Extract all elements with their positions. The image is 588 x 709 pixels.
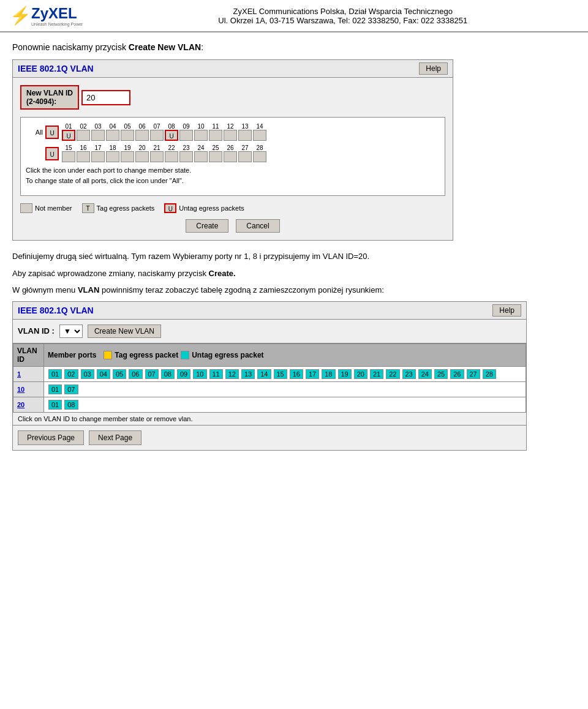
- port-btn-14[interactable]: [253, 130, 266, 141]
- create-button[interactable]: Create: [186, 219, 228, 233]
- port-cell-01: 01 U: [62, 123, 75, 141]
- vlan-id-20[interactable]: 20: [13, 397, 44, 412]
- port-23-vlan1[interactable]: 23: [402, 369, 416, 379]
- port-26-vlan1[interactable]: 26: [450, 369, 464, 379]
- port-01-vlan20[interactable]: 01: [48, 400, 62, 410]
- company-address: Ul. Okrzei 1A, 03-715 Warszawa, Tel: 022…: [107, 16, 578, 25]
- port-btn-26[interactable]: [224, 151, 237, 162]
- port-cell-10: 10: [194, 123, 208, 141]
- hint-line2: To change state of all ports, click the …: [26, 177, 184, 184]
- port-cell-24: 24: [194, 144, 208, 162]
- port-cell-26: 26: [224, 144, 237, 162]
- ports-cell-1: 01 02 03 04 05 06 07 08 09 10 11 12: [44, 366, 526, 381]
- port-btn-15[interactable]: [62, 151, 75, 162]
- port-21-vlan1[interactable]: 21: [370, 369, 383, 379]
- port-15-vlan1[interactable]: 15: [274, 369, 287, 379]
- help-button-2[interactable]: Help: [492, 304, 521, 317]
- port-btn-23[interactable]: [179, 151, 193, 162]
- port-06-vlan1[interactable]: 06: [129, 369, 142, 379]
- port-cell-08: 08 U: [165, 123, 178, 141]
- port-btn-22[interactable]: [165, 151, 178, 162]
- port-cell-06: 06: [135, 123, 149, 141]
- port-18-vlan1[interactable]: 18: [322, 369, 335, 379]
- port-08-vlan1[interactable]: 08: [161, 369, 175, 379]
- port-btn-27[interactable]: [238, 151, 252, 162]
- port-btn-04[interactable]: [106, 130, 119, 141]
- header-info: ZyXEL Communications Polska, Dział Wspar…: [107, 7, 578, 25]
- vlan-id-label-2: VLAN ID :: [18, 326, 55, 336]
- port-02-vlan1[interactable]: 02: [64, 369, 78, 379]
- port-btn-24[interactable]: [194, 151, 208, 162]
- body-text-2: Aby zapisać wprowadzone zmiany, naciskam…: [12, 268, 576, 280]
- port-cell-28: 28: [253, 144, 266, 162]
- all-btn-2[interactable]: U: [45, 147, 59, 160]
- port-27-vlan1[interactable]: 27: [467, 369, 480, 379]
- port-cell-25: 25: [209, 144, 222, 162]
- hint-text: Click the icon under each port to change…: [26, 165, 440, 186]
- port-01-vlan1[interactable]: 01: [48, 369, 62, 379]
- port-17-vlan1[interactable]: 17: [306, 369, 319, 379]
- all-btn[interactable]: U: [45, 126, 59, 139]
- port-btn-19[interactable]: [121, 151, 134, 162]
- port-12-vlan1[interactable]: 12: [225, 369, 239, 379]
- vlan-id-1[interactable]: 1: [13, 366, 44, 381]
- port-11-vlan1[interactable]: 11: [209, 369, 223, 379]
- port-20-vlan1[interactable]: 20: [354, 369, 368, 379]
- port-04-vlan1[interactable]: 04: [97, 369, 110, 379]
- port-btn-25[interactable]: [209, 151, 222, 162]
- tag-label: Tag egress packets: [97, 204, 155, 212]
- port-28-vlan1[interactable]: 28: [483, 369, 496, 379]
- port-01-vlan10[interactable]: 01: [48, 385, 62, 394]
- port-btn-17[interactable]: [91, 151, 105, 162]
- port-05-vlan1[interactable]: 05: [113, 369, 126, 379]
- vlan-id-dropdown[interactable]: ▼: [59, 324, 83, 338]
- vlan-bold: VLAN: [78, 285, 99, 294]
- port-25-vlan1[interactable]: 25: [434, 369, 448, 379]
- port-14-vlan1[interactable]: 14: [257, 369, 271, 379]
- tag-legend: Tag egress packet Untag egress packet: [104, 351, 263, 359]
- port-09-vlan1[interactable]: 09: [177, 369, 190, 379]
- port-btn-28[interactable]: [253, 151, 266, 162]
- port-btn-21[interactable]: [150, 151, 164, 162]
- untag-egress-label: Untag egress packet: [192, 351, 263, 359]
- port-btn-07[interactable]: [150, 130, 164, 141]
- port-btn-11[interactable]: [209, 130, 222, 141]
- port-07-vlan10[interactable]: 07: [64, 385, 78, 394]
- create-new-vlan-button[interactable]: Create New VLAN: [88, 324, 161, 338]
- untag-label: Untag egress packets: [179, 204, 244, 212]
- port-btn-01[interactable]: U: [62, 130, 75, 141]
- port-16-vlan1[interactable]: 16: [290, 369, 303, 379]
- vlan-id-input[interactable]: [81, 90, 130, 105]
- next-page-button[interactable]: Next Page: [89, 430, 141, 445]
- cancel-button[interactable]: Cancel: [236, 219, 279, 233]
- port-07-vlan1[interactable]: 07: [145, 369, 159, 379]
- port-btn-05[interactable]: [121, 130, 134, 141]
- port-24-vlan1[interactable]: 24: [418, 369, 432, 379]
- notmember-label: Not member: [35, 204, 72, 212]
- port-btn-16[interactable]: [77, 151, 90, 162]
- port-10-vlan1[interactable]: 10: [193, 369, 206, 379]
- help-button-1[interactable]: Help: [419, 62, 448, 75]
- port-btn-08[interactable]: U: [165, 130, 178, 141]
- port-08-vlan20[interactable]: 08: [64, 400, 78, 410]
- port-22-vlan1[interactable]: 22: [386, 369, 399, 379]
- port-btn-02[interactable]: [77, 130, 90, 141]
- logo-area: ⚡ ZyXEL Unleash Networking Power: [10, 5, 83, 26]
- port-btn-20[interactable]: [135, 151, 149, 162]
- port-btn-09[interactable]: [179, 130, 193, 141]
- port-btn-18[interactable]: [106, 151, 119, 162]
- previous-page-button[interactable]: Previous Page: [18, 430, 84, 445]
- create-bold: Create.: [209, 269, 236, 278]
- port-btn-06[interactable]: [135, 130, 149, 141]
- port-btn-10[interactable]: [194, 130, 208, 141]
- port-03-vlan1[interactable]: 03: [81, 369, 94, 379]
- port-btn-13[interactable]: [238, 130, 252, 141]
- port-btn-12[interactable]: [224, 130, 237, 141]
- zyxel-logo: ⚡ ZyXEL Unleash Networking Power: [10, 5, 83, 26]
- port-btn-03[interactable]: [91, 130, 105, 141]
- port-19-vlan1[interactable]: 19: [338, 369, 352, 379]
- port-13-vlan1[interactable]: 13: [241, 369, 255, 379]
- vlan-id-10[interactable]: 10: [13, 381, 44, 397]
- port-cell-07: 07: [150, 123, 164, 141]
- panel1-header: IEEE 802.1Q VLAN Help: [13, 60, 453, 78]
